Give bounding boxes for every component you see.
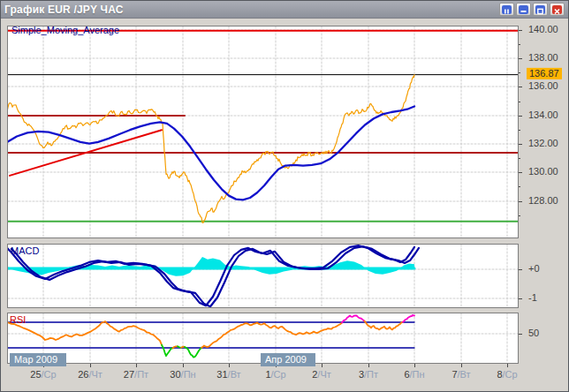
price-axis-minor-tick [519,215,520,216]
time-axis-label: 2/Чт [301,369,342,380]
price-axis-tick [519,144,522,145]
time-axis-tick [136,364,137,367]
price-axis-label: 132.00 [528,138,558,148]
pause-icon [502,5,512,14]
time-axis-label: 6/Пн [394,369,435,380]
minimize-icon [519,5,528,14]
rsi-axis-label: 50 [528,328,539,338]
price-axis-label: 140.00 [528,24,558,34]
price-axis-tick [519,30,522,31]
title-bar[interactable]: График EUR /JPY ЧАС [1,1,568,19]
time-axis-tick [414,364,415,367]
macd-canvas [8,245,518,307]
rsi-axis-tick [519,334,522,335]
price-axis-minor-tick [519,102,520,102]
macd-indicator-label: MACD [11,245,39,256]
price-axis-tick [519,116,522,117]
price-axis-label: 130.00 [528,166,558,177]
macd-axis-label: -1 [528,292,537,303]
window-controls [499,3,565,16]
price-axis-label: 138.00 [528,52,558,63]
time-axis-label: 26/Чт [70,369,110,380]
price-axis-label: 128.00 [528,195,558,206]
price-axis-label: 134.00 [528,109,558,120]
month-badge: Апр 2009 [261,353,315,366]
window-title: График EUR /JPY ЧАС [4,4,124,16]
time-axis-tick [368,364,369,367]
time-axis-tick [183,364,184,367]
time-axis-tick [90,364,91,367]
time-axis-label: 30/Пн [163,369,203,380]
time-axis-label: 1/Ср [255,369,296,380]
price-axis-minor-tick [519,72,520,73]
time-axis-label: 3/Пт [348,369,389,380]
macd-axis-tick [519,269,522,270]
time-axis-label: 25/Ср [23,369,64,380]
month-badge: Мар 2009 [10,353,66,366]
time-axis-label: 7/Вт [441,369,482,380]
time-axis-label: 8/Ср [487,369,527,380]
price-chart-canvas [8,26,518,237]
time-axis-label: 31/Вт [209,369,249,380]
price-axis-tick [519,201,522,202]
time-axis-tick [461,364,462,367]
macd-panel[interactable] [7,244,519,308]
price-axis-label: 136.00 [528,80,558,91]
restore-button[interactable] [533,3,548,16]
time-axis-tick [229,364,230,367]
rsi-indicator-label: RSI [10,314,26,325]
pause-button[interactable] [499,3,514,16]
price-axis-tick [519,172,522,173]
current-price-badge: 136.87 [527,68,562,79]
price-axis-minor-tick [519,130,520,131]
close-icon [552,5,562,14]
minimize-button[interactable] [516,3,531,16]
macd-axis-tick [519,298,522,299]
price-axis-minor-tick [519,158,520,159]
time-axis-tick [322,364,322,367]
price-axis-minor-tick [519,186,520,187]
price-axis-tick [519,58,522,59]
price-axis-tick [519,87,522,87]
chart-window: График EUR /JPY ЧАС [0,0,569,392]
time-axis-label: 27/Пт [116,369,156,380]
macd-axis-label: +0 [528,263,540,274]
sma-indicator-label: Simple_Moving_Average [11,25,119,35]
price-axis-minor-tick [519,44,520,45]
main-price-chart[interactable] [7,26,519,238]
time-axis-tick [507,364,508,367]
close-button[interactable] [550,3,565,16]
restore-icon [535,5,545,14]
